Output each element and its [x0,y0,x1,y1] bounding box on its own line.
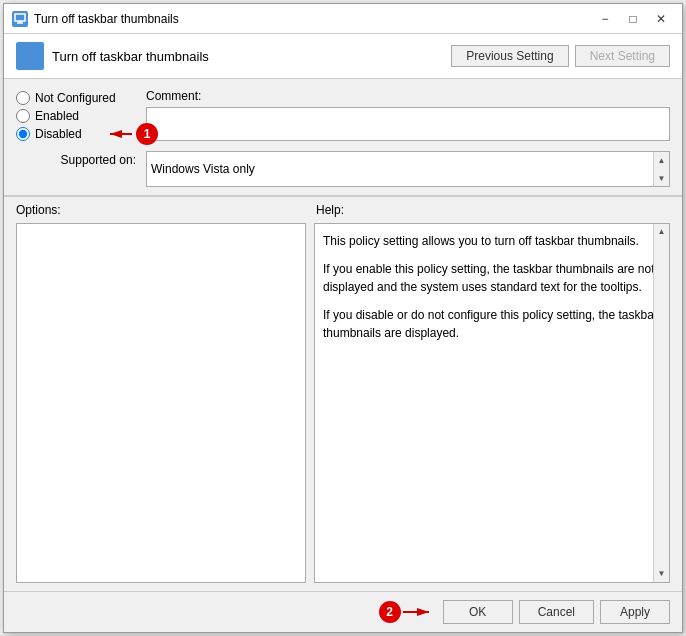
main-window: Turn off taskbar thumbnails − □ ✕ Turn o… [3,3,683,633]
maximize-button[interactable]: □ [620,9,646,29]
content-area: Not Configured Enabled Disabled [4,79,682,591]
comment-textarea[interactable] [146,107,670,141]
annotation-2-circle: 2 [379,601,401,623]
close-button[interactable]: ✕ [648,9,674,29]
supported-scrollbar: ▲ ▼ [653,152,669,186]
help-text-2: If you enable this policy setting, the t… [323,260,661,296]
enabled-option[interactable]: Enabled [16,109,136,123]
not-configured-option[interactable]: Not Configured [16,91,136,105]
comment-label: Comment: [146,89,670,103]
apply-button[interactable]: Apply [600,600,670,624]
scroll-down-arrow[interactable]: ▼ [654,170,669,186]
radio-group-wrapper: Not Configured Enabled Disabled [16,89,136,141]
radio-group: Not Configured Enabled Disabled [16,89,136,141]
header-row: Turn off taskbar thumbnails Previous Set… [4,34,682,79]
window-title: Turn off taskbar thumbnails [34,12,179,26]
help-scrollbar: ▲ ▼ [653,224,669,582]
minimize-button[interactable]: − [592,9,618,29]
next-setting-button[interactable]: Next Setting [575,45,670,67]
enabled-label: Enabled [35,109,79,123]
supported-row: Supported on: Windows Vista only ▲ ▼ [4,147,682,195]
previous-setting-button[interactable]: Previous Setting [451,45,568,67]
disabled-radio[interactable] [16,127,30,141]
title-bar: Turn off taskbar thumbnails − □ ✕ [4,4,682,34]
help-scroll-down[interactable]: ▼ [654,566,669,582]
comment-section: Comment: [146,89,670,141]
nav-buttons: Previous Setting Next Setting [451,45,670,67]
annotation-2-arrow [401,602,433,622]
ok-button[interactable]: OK [443,600,513,624]
help-scroll-up[interactable]: ▲ [654,224,669,240]
disabled-option[interactable]: Disabled 1 [16,127,136,141]
enabled-radio[interactable] [16,109,30,123]
annotation-1-arrow [106,124,136,144]
help-text-1: This policy setting allows you to turn o… [323,232,661,250]
supported-on-box: Windows Vista only ▲ ▼ [146,151,670,187]
title-buttons: − □ ✕ [592,9,674,29]
scroll-up-arrow[interactable]: ▲ [654,152,669,168]
options-label: Options: [16,199,316,221]
not-configured-label: Not Configured [35,91,116,105]
help-label: Help: [316,199,670,221]
middle-labels: Options: Help: [4,196,682,223]
top-section: Not Configured Enabled Disabled [4,79,682,147]
supported-on-label: Supported on: [16,151,136,167]
annotation-2-group: 2 [379,601,433,623]
disabled-label: Disabled [35,127,82,141]
title-bar-left: Turn off taskbar thumbnails [12,11,179,27]
panels-row: This policy setting allows you to turn o… [4,223,682,591]
header-title: Turn off taskbar thumbnails [52,49,209,64]
window-icon [12,11,28,27]
not-configured-radio[interactable] [16,91,30,105]
help-panel: This policy setting allows you to turn o… [314,223,670,583]
svg-rect-0 [15,14,25,21]
supported-on-value: Windows Vista only [151,162,273,176]
cancel-button[interactable]: Cancel [519,600,594,624]
options-panel [16,223,306,583]
help-text-3: If you disable or do not configure this … [323,306,661,342]
bottom-bar: 2 OK Cancel Apply [4,591,682,632]
header-left: Turn off taskbar thumbnails [16,42,209,70]
policy-icon [16,42,44,70]
